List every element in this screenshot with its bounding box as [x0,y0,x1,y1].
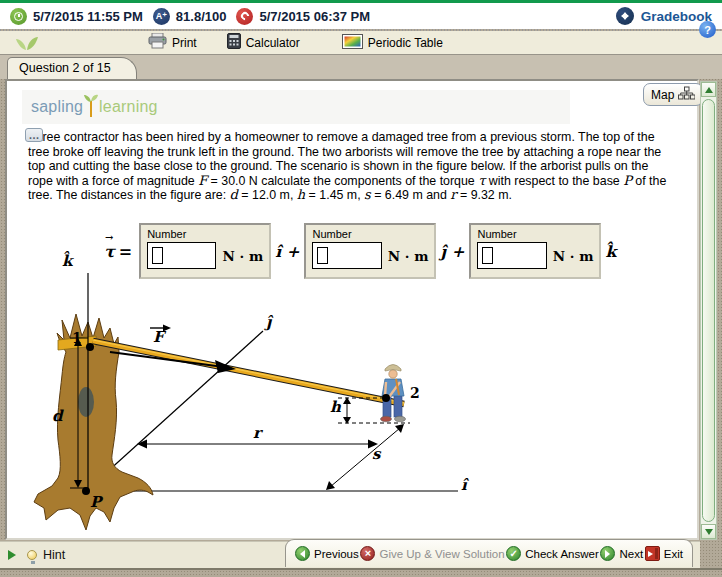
submitted-datetime: 5/7/2015 06:37 PM [259,9,370,24]
question-text-segment: = 6.49 m and [371,188,451,202]
question-text-segment: with respect to the base [485,174,623,188]
chevron-down-icon [705,529,713,539]
sapling-leaf-icon [14,31,40,55]
calculator-label: Calculator [246,36,300,50]
logo-word-learning: learning [99,98,158,116]
periodic-table-icon [342,34,363,52]
print-label: Print [172,36,197,50]
point-2-label: 2 [410,385,420,401]
exit-button[interactable]: Exit [645,546,683,561]
k-axis-label: k̂ [62,251,74,270]
previous-button[interactable]: Previous [295,546,359,561]
gradebook-label: Gradebook [641,9,712,24]
next-button[interactable]: Next [600,546,643,561]
question-text-segment: = 9.32 m. [457,188,512,202]
d-label: d [52,407,64,425]
k-hat: k̂ [605,242,616,261]
submitted-clock-icon [236,8,253,25]
question-text-segment: = 1.45 m, [305,188,364,202]
check-answer-label: Check Answer [525,548,599,560]
question-text-segment: = 30.0 N calculate the components of the… [207,174,478,188]
give-up-label: Give Up & View Solution [379,548,504,560]
point-1-dot [86,343,94,351]
r-label: r [253,424,264,442]
nav-button-bar: Previous × Give Up & View Solution ✓ Che… [285,539,693,567]
number-label: Number [312,228,428,240]
unit-label: N · m [553,248,594,264]
give-up-button[interactable]: × Give Up & View Solution [360,546,504,561]
tab-strip: Question 2 of 15 [0,55,722,79]
question-content-frame: sapling learning Map [5,79,699,540]
lightbulb-icon [27,550,37,560]
gradebook-icon [616,7,634,25]
print-button[interactable]: Print [148,33,197,52]
chevron-up-icon [705,83,713,93]
i-axis-label: î [461,476,469,494]
sitemap-icon [678,86,695,103]
app-window: 5/7/2015 11:55 PM A⁺ 81.8/100 5/7/2015 0… [0,0,722,577]
print-icon [148,33,167,52]
rope [93,341,404,404]
force-label: F [153,328,167,346]
arborist-person [381,365,406,422]
h-label: h [330,398,342,416]
previous-icon [295,546,310,561]
check-answer-icon: ✓ [506,546,521,561]
question-variable: d [230,187,238,202]
question-variable: P [623,173,632,188]
periodic-table-button[interactable]: Periodic Table [342,34,443,52]
help-icon[interactable]: ? [699,21,716,38]
grade-group: A⁺ 81.8/100 [153,8,227,25]
calculator-button[interactable]: Calculator [227,33,300,52]
alarm-clock-icon [10,8,27,25]
previous-label: Previous [314,548,359,560]
logo-word-sapling: sapling [31,98,83,116]
sprout-icon [84,93,98,121]
window-bottom-border [0,568,722,570]
hint-label: Hint [43,548,65,562]
status-bar: 5/7/2015 11:55 PM A⁺ 81.8/100 5/7/2015 0… [0,3,722,29]
check-answer-button[interactable]: ✓ Check Answer [506,546,599,561]
logo-strip: sapling learning [22,90,570,124]
scroll-up-button[interactable] [701,82,716,97]
s-label: s [372,445,382,463]
question-text: … A tree contractor has been hired by a … [28,130,670,203]
point-2-dot [382,394,390,402]
comment-bubble-icon[interactable]: … [25,128,43,142]
exit-icon [645,546,660,561]
give-up-icon: × [360,546,375,561]
tree-knot [78,387,94,417]
vertical-scrollbar[interactable] [700,81,717,540]
physics-figure: k̂ ĵ î F 1 2 P d h r s [20,245,500,537]
next-label: Next [619,548,643,560]
next-icon [600,546,615,561]
question-text-segment: = 12.0 m, [238,188,297,202]
due-datetime: 5/7/2015 11:55 PM [33,9,143,24]
map-button[interactable]: Map [643,83,703,106]
number-label: Number [147,228,263,240]
gradebook-button[interactable]: Gradebook [616,7,712,25]
point-1-label: 1 [72,330,82,346]
hint-button[interactable]: Hint [8,548,65,562]
point-P-dot [82,487,90,495]
calculator-icon [227,33,241,52]
grade-icon: A⁺ [153,8,170,25]
map-label: Map [651,88,674,102]
tab-question[interactable]: Question 2 of 15 [7,57,137,79]
toolbar: Print Calculator [0,31,722,55]
periodic-table-label: Periodic Table [368,36,443,50]
scrollbar-thumb[interactable] [702,99,715,522]
j-axis-label: ĵ [264,313,274,331]
question-variable: h [297,187,305,202]
hint-expand-icon [8,550,21,560]
exit-label: Exit [664,548,683,560]
submitted-group: 5/7/2015 06:37 PM [236,8,370,25]
question-variable: s [364,187,371,202]
rope-highlight [93,340,404,403]
score-value: 81.8/100 [176,9,227,24]
s-dimension [326,424,404,490]
question-variable: F [198,173,207,188]
number-label: Number [477,228,593,240]
due-date-group: 5/7/2015 11:55 PM [10,8,143,25]
scroll-down-button[interactable] [701,524,716,539]
